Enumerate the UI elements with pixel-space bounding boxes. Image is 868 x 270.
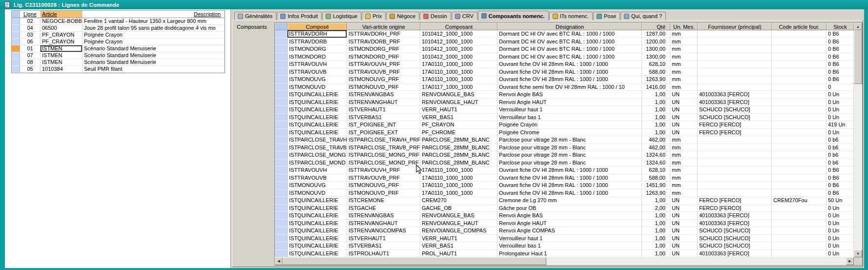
supplier-code-cell[interactable] [772, 121, 827, 129]
component-row[interactable]: ISTQUINCAILLERIE ISTVERBAS1 VERR_BAS1 Ve… [275, 242, 854, 250]
designation-cell[interactable]: Ouvrant fiche OV HI 28mm RAL : 1000 / 10… [497, 68, 642, 76]
composant-cell[interactable]: 17A0110_1000_1000 [420, 68, 497, 76]
article-cell[interactable]: 1010384 [41, 66, 83, 73]
stock-cell[interactable]: 0 B6 [827, 182, 854, 189]
composant-cell[interactable]: 1010412_1000_1000 [420, 30, 497, 38]
composant-cell[interactable]: PARCLOSE_28MM_BLANC [420, 151, 497, 159]
compose-cell[interactable]: ISTQUINCAILLERIE [288, 235, 347, 243]
designation-cell[interactable]: Verrouilleur bas 1 [497, 242, 642, 250]
supplier-code-cell[interactable] [772, 235, 827, 243]
qty-cell[interactable]: 1,00 [642, 197, 670, 205]
column-header-qte[interactable]: Qté [642, 23, 670, 30]
designation-cell[interactable]: Ouvrant fiche semi fixe OV HI 28mm RAL :… [497, 83, 642, 91]
article-cell[interactable]: ISTMEN [41, 59, 83, 66]
designation-cell[interactable]: Renvoi Angle BAS [497, 212, 642, 220]
unit-cell[interactable]: mm [670, 45, 698, 53]
qty-cell[interactable]: 628,10 [642, 61, 670, 68]
tab-item[interactable]: Prix [362, 12, 386, 20]
stock-cell[interactable]: 0 [827, 83, 854, 91]
unit-cell[interactable]: mm [670, 53, 698, 61]
unit-cell[interactable]: mm [670, 38, 698, 46]
article-cell[interactable]: ISTMEN [41, 45, 83, 52]
composant-cell[interactable]: PROL_HAUT1 [420, 250, 497, 258]
designation-cell[interactable]: Ouvrant fiche OV HI 28mm RAL : 1000 / 10… [497, 166, 642, 174]
description-cell[interactable]: Scénario Standard Menuiserie [83, 59, 225, 66]
qty-cell[interactable]: 1416,00 [642, 83, 670, 91]
unit-cell[interactable]: mm [670, 68, 698, 76]
supplier-code-cell[interactable] [772, 159, 827, 167]
ligne-cell[interactable]: 05 [20, 66, 41, 73]
qty-cell[interactable]: 1200,00 [642, 38, 670, 46]
designation-cell[interactable]: Renvoi Angle HAUT [497, 99, 642, 106]
ligne-cell[interactable]: 07 [20, 52, 41, 59]
stock-cell[interactable]: 419 Un [827, 121, 854, 129]
designation-cell[interactable]: Ouvrant fiche OV HI 28mm RAL : 1000 / 10… [497, 182, 642, 189]
row-gutter[interactable] [275, 38, 288, 46]
row-gutter[interactable] [275, 114, 288, 122]
row-gutter[interactable] [275, 242, 288, 250]
compose-cell[interactable]: ISTTRAVOUVB [288, 174, 347, 182]
supplier-code-cell[interactable] [772, 129, 827, 137]
compose-cell[interactable]: ISTMONOUVG [288, 182, 347, 189]
article-cell[interactable]: NEGOCE-BOBBY [41, 18, 83, 25]
unit-cell[interactable]: UN [670, 212, 698, 220]
unit-cell[interactable]: mm [670, 76, 698, 83]
row-gutter[interactable] [275, 68, 288, 76]
row-gutter[interactable] [275, 159, 288, 167]
supplier-cell[interactable] [698, 189, 772, 197]
vari-article-cell[interactable]: ISTVERHAUT1 [347, 106, 420, 114]
qty-cell[interactable]: 1451,90 [642, 182, 670, 189]
stock-cell[interactable]: 0 B6 [827, 53, 854, 61]
row-gutter[interactable] [275, 220, 288, 228]
row-gutter[interactable] [12, 45, 20, 52]
qty-cell[interactable]: 1300,00 [642, 53, 670, 61]
component-row[interactable]: ISTQUINCAILLERIE IST_POIGNEE_EXT PF_CHRO… [275, 129, 854, 137]
supplier-cell[interactable] [698, 61, 772, 68]
unit-cell[interactable]: UN [670, 220, 698, 228]
row-gutter[interactable] [275, 121, 288, 129]
supplier-cell[interactable]: SCHUCO [SCHUCO] [698, 235, 772, 243]
row-gutter[interactable] [275, 83, 288, 91]
vari-article-cell[interactable]: ISTRENVANGBAS [347, 212, 420, 220]
compose-cell[interactable]: ISTQUINCAILLERIE [288, 250, 347, 258]
composant-cell[interactable]: RENVOIANGLE_BAS [420, 212, 497, 220]
vari-article-cell[interactable]: ISTRENVANGHAUT [347, 99, 420, 106]
ligne-cell[interactable]: 04 [20, 25, 41, 32]
stock-cell[interactable]: 0 Un [827, 235, 854, 243]
compose-cell[interactable]: ISTQUINCAILLERIE [288, 99, 347, 106]
component-row[interactable]: ISTPARCLOSE_TRAVH ISTPARCLOSE_TRAVH_PRF … [275, 136, 854, 144]
compose-cell[interactable]: ISTMONDORG [288, 45, 347, 53]
description-cell[interactable]: Seuil PMR filant [83, 66, 225, 73]
tab-item[interactable]: Négoce [386, 12, 419, 20]
row-gutter[interactable] [12, 39, 20, 45]
supplier-cell[interactable] [698, 166, 772, 174]
column-header-article[interactable]: Article [41, 11, 83, 18]
component-row[interactable]: ISTMONDORG ISTMONDORG_PRF 1010412_1000_1… [275, 45, 854, 53]
qty-cell[interactable]: 1,00 [642, 99, 670, 106]
unit-cell[interactable]: UN [670, 250, 698, 258]
compose-cell[interactable]: ISTTRAVOUVH [288, 61, 347, 68]
description-cell[interactable]: Scénario Standard Menuiserie [83, 45, 225, 52]
supplier-code-cell[interactable] [772, 174, 827, 182]
composant-cell[interactable]: VERR_BAS1 [420, 114, 497, 122]
supplier-code-cell[interactable] [772, 99, 827, 106]
designation-cell[interactable]: Renvoi Angle COMPAS [497, 227, 642, 235]
designation-cell[interactable]: Verrouilleur bas 1 [497, 114, 642, 122]
compose-cell[interactable]: ISTQUINCAILLERIE [288, 197, 347, 205]
designation-cell[interactable]: Gâche pour OB [497, 205, 642, 212]
vari-article-cell[interactable]: IST_POIGNEE_EXT [347, 129, 420, 137]
scroll-right-button[interactable]: ▶ [846, 257, 854, 265]
designation-cell[interactable]: Parclose pour vitrage 28 mm - Blanc [497, 151, 642, 159]
component-row[interactable]: ISTPARCLOSE_MOND ISTPARCLOSE_MOND_PRF PA… [275, 159, 854, 167]
vari-article-cell[interactable]: ISTGACHE [347, 205, 420, 212]
unit-cell[interactable]: mm [670, 30, 698, 38]
unit-cell[interactable]: mm [670, 144, 698, 152]
composant-cell[interactable]: RENVOIANGLE_COMPAS [420, 227, 497, 235]
supplier-code-cell[interactable] [772, 106, 827, 114]
component-row[interactable]: ISTMONOUVG ISTMONOUVG_PRF 17A0110_1000_1… [275, 182, 854, 189]
designation-cell[interactable]: Cremone de Lg 270 mm [497, 197, 642, 205]
unit-cell[interactable]: UN [670, 197, 698, 205]
row-gutter[interactable] [275, 182, 288, 189]
ligne-cell[interactable]: 06 [20, 39, 41, 45]
component-row[interactable]: ISTPARCLOSE_TRAVB ISTPARCLOSE_TRAVB_PRF … [275, 144, 854, 152]
